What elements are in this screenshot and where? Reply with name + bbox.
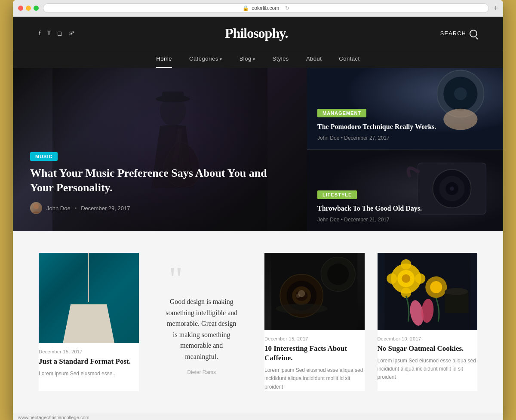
hero-title: What Your Music Preference Says About Yo… (30, 166, 290, 195)
lamp-cord (88, 253, 89, 302)
quote-text: Good design is making something intellig… (160, 296, 243, 362)
refresh-icon[interactable]: ↻ (285, 5, 289, 11)
close-button[interactable] (18, 6, 23, 11)
quote-mark: " (169, 269, 183, 289)
post-card-flowers[interactable]: December 10, 2017 No Sugar Oatmeal Cooki… (378, 253, 478, 391)
svg-point-35 (387, 273, 397, 284)
nav-styles[interactable]: Styles (272, 50, 289, 68)
post-flowers-title[interactable]: No Sugar Oatmeal Cookies. (378, 344, 478, 353)
hero-section: MUSIC What Your Music Preference Says Ab… (13, 68, 503, 231)
card1-author: John Doe (317, 135, 339, 141)
post-coffee-title[interactable]: 10 Interesting Facts About Caffeine. (264, 344, 365, 363)
flowers-image (378, 253, 478, 330)
dot-separator: • (75, 205, 77, 212)
site-logo[interactable]: Philosophy. (225, 25, 288, 41)
status-url: www.heritagechristiancollege.com (18, 415, 89, 420)
nav-blog[interactable]: Blog (240, 50, 255, 68)
search-label: SEARCH (440, 30, 466, 37)
hero-author-avatar (30, 202, 42, 214)
hero-side-cards: MANAGEMENT The Pomodoro Technique Really… (307, 68, 503, 231)
browser-window: 🔒 colorlib.com ↻ + f 𝕋 ◻ 𝒫 Philosophy. S… (13, 0, 503, 420)
post-flowers-date: December 10, 2017 (378, 336, 478, 341)
hero-author-date: December 29, 2017 (81, 205, 130, 212)
site-content: f 𝕋 ◻ 𝒫 Philosophy. SEARCH Home Categori… (13, 17, 503, 420)
svg-point-11 (454, 87, 467, 100)
svg-point-24 (276, 304, 327, 314)
facebook-icon[interactable]: f (39, 30, 41, 37)
svg-point-26 (296, 294, 300, 298)
coffee-image (264, 253, 365, 330)
search-icon (470, 30, 477, 37)
post-card-coffee[interactable]: December 15, 2017 10 Interesting Facts A… (264, 253, 365, 391)
hero-content: MUSIC What Your Music Preference Says Ab… (30, 152, 290, 214)
coffee-illustration (264, 253, 365, 330)
post-flowers-body: December 10, 2017 No Sugar Oatmeal Cooki… (378, 330, 478, 382)
nav-home[interactable]: Home (156, 50, 172, 68)
minimize-button[interactable] (26, 6, 31, 11)
svg-point-38 (430, 281, 442, 293)
browser-dots (18, 6, 39, 11)
hero-tag[interactable]: MUSIC (30, 152, 58, 161)
social-icons: f 𝕋 ◻ 𝒫 (39, 30, 73, 37)
card1-tag[interactable]: MANAGEMENT (317, 109, 366, 117)
svg-point-7 (34, 204, 39, 209)
post-coffee-date: December 15, 2017 (264, 336, 365, 341)
maximize-button[interactable] (34, 6, 39, 11)
posts-grid: December 15, 2017 Just a Standard Format… (39, 253, 477, 391)
lamp-image (39, 253, 139, 343)
post-lamp-excerpt: Lorem ipsum Sed eiusmod esse... (39, 370, 139, 378)
svg-point-42 (445, 288, 468, 295)
card1-title: The Pomodoro Technique Really Works. (317, 123, 493, 132)
card1-date: December 27, 2017 (344, 135, 389, 141)
new-tab-button[interactable]: + (493, 4, 498, 12)
site-nav: Home Categories Blog Styles About Contac… (13, 50, 503, 68)
card2-meta: John Doe • December 21, 2017 (317, 217, 493, 223)
card2-tag[interactable]: LIFESTYLE (317, 190, 357, 199)
svg-point-33 (401, 259, 411, 270)
hero-card-management[interactable]: MANAGEMENT The Pomodoro Technique Really… (307, 68, 503, 150)
post-lamp-body: December 15, 2017 Just a Standard Format… (39, 343, 139, 378)
lamp-shade (63, 304, 114, 343)
lock-icon: 🔒 (243, 5, 249, 11)
content-section: December 15, 2017 Just a Standard Format… (13, 231, 503, 413)
post-flowers-excerpt: Lorem ipsum Sed eiusmod esse aliqua sed … (378, 357, 478, 382)
post-coffee-body: December 15, 2017 10 Interesting Facts A… (264, 330, 365, 391)
svg-point-18 (450, 186, 454, 190)
quote-author: Dieter Rams (187, 369, 216, 375)
card1-meta: John Doe • December 27, 2017 (317, 135, 493, 141)
search-button[interactable]: SEARCH (440, 30, 477, 37)
hero-author-info: John Doe • December 29, 2017 (30, 202, 290, 214)
hero-main[interactable]: MUSIC What Your Music Preference Says Ab… (13, 68, 307, 231)
instagram-icon[interactable]: ◻ (57, 30, 62, 37)
svg-point-28 (327, 264, 349, 285)
post-card-lamp[interactable]: December 15, 2017 Just a Standard Format… (39, 253, 139, 391)
card1-content: MANAGEMENT The Pomodoro Technique Really… (317, 109, 493, 141)
nav-about[interactable]: About (306, 50, 322, 68)
post-lamp-title[interactable]: Just a Standard Format Post. (39, 357, 139, 366)
post-card-quote: " Good design is making something intell… (152, 253, 252, 391)
svg-point-36 (415, 273, 425, 284)
card2-title: Throwback To The Good Old Days. (317, 204, 493, 213)
browser-chrome: 🔒 colorlib.com ↻ + (13, 0, 503, 17)
post-coffee-excerpt: Lorem ipsum Sed eiusmod esse aliqua sed … (264, 366, 365, 391)
svg-rect-3 (162, 92, 184, 101)
url-text: colorlib.com (252, 5, 279, 11)
card2-content: LIFESTYLE Throwback To The Good Old Days… (317, 190, 493, 223)
flowers-illustration (378, 253, 478, 330)
post-lamp-date: December 15, 2017 (39, 349, 139, 354)
status-bar: www.heritagechristiancollege.com (13, 413, 503, 420)
nav-contact[interactable]: Contact (339, 50, 359, 68)
card2-date: December 21, 2017 (344, 217, 389, 223)
hero-card-lifestyle[interactable]: LIFESTYLE Throwback To The Good Old Days… (307, 150, 503, 232)
site-header: f 𝕋 ◻ 𝒫 Philosophy. SEARCH (13, 17, 503, 50)
twitter-icon[interactable]: 𝕋 (47, 30, 51, 37)
pinterest-icon[interactable]: 𝒫 (68, 30, 73, 37)
address-bar[interactable]: 🔒 colorlib.com ↻ (43, 3, 489, 13)
card2-author: John Doe (317, 217, 339, 223)
nav-categories[interactable]: Categories (189, 50, 222, 68)
svg-point-32 (402, 274, 410, 283)
hero-author-name: John Doe (46, 205, 71, 212)
